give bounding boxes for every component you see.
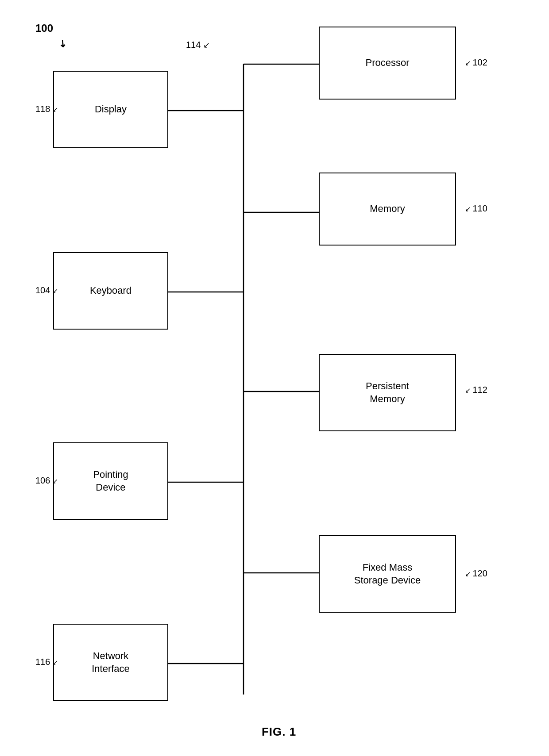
arrow-100: ↘ (56, 36, 70, 50)
display-label: Display (95, 103, 127, 116)
persistent-memory-ref: ↙ 112 (465, 385, 487, 395)
persistent-memory-label: Persistent Memory (366, 380, 409, 405)
diagram-container: 100 ↘ 114 ↙ Processor ↙ 102 Memory ↙ 110… (27, 13, 531, 743)
pointing-device-ref: 106 ↙ (35, 476, 58, 486)
ref-100-label: 100 (35, 22, 53, 35)
network-interface-label: Network Interface (92, 650, 130, 675)
pointing-device-box: Pointing Device (53, 442, 168, 520)
fixed-mass-storage-box: Fixed Mass Storage Device (319, 535, 456, 613)
memory-label: Memory (370, 203, 405, 215)
display-box: Display (53, 71, 168, 148)
bus-ref-label: 114 ↙ (186, 40, 210, 50)
memory-box: Memory (319, 173, 456, 246)
persistent-memory-box: Persistent Memory (319, 354, 456, 431)
figure-label: FIG. 1 (262, 725, 296, 739)
pointing-device-label: Pointing Device (93, 468, 128, 494)
processor-label: Processor (365, 57, 409, 69)
keyboard-label: Keyboard (90, 284, 131, 297)
keyboard-ref: 104 ↙ (35, 285, 58, 295)
network-interface-ref: 116 ↙ (35, 657, 58, 667)
processor-ref: ↙ 102 (465, 58, 487, 68)
memory-ref: ↙ 110 (465, 203, 487, 214)
fixed-mass-storage-label: Fixed Mass Storage Device (354, 561, 421, 587)
keyboard-box: Keyboard (53, 252, 168, 330)
fixed-mass-storage-ref: ↙ 120 (465, 568, 487, 579)
display-ref: 118 ↙ (35, 104, 58, 114)
processor-box: Processor (319, 27, 456, 100)
network-interface-box: Network Interface (53, 624, 168, 701)
